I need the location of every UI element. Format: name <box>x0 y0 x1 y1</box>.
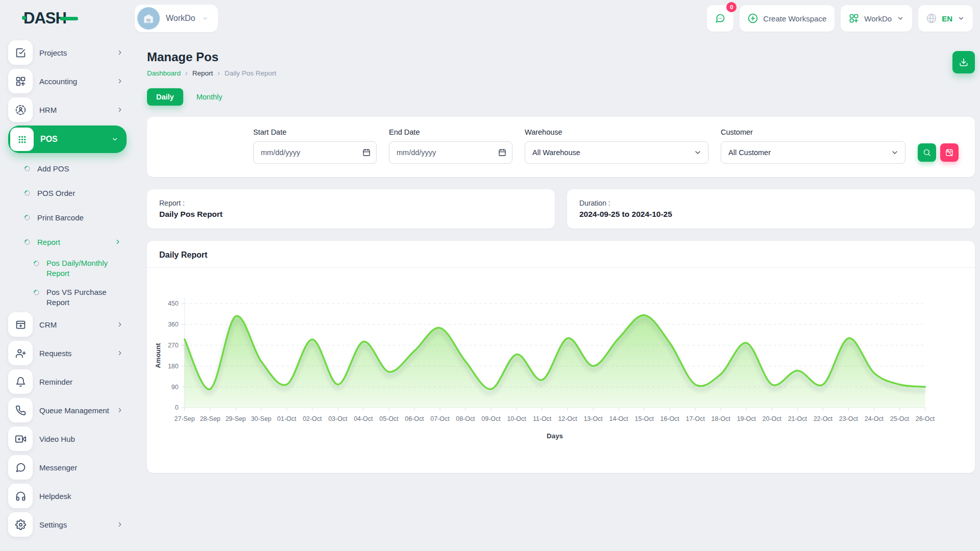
messages-count-badge: 0 <box>726 2 737 12</box>
sidebar-item-pos-daily-monthly-report[interactable]: Pos Daily/Monthly Report <box>8 254 127 283</box>
area-chart-svg: 09018027036045027-Sep28-Sep29-Sep30-Sep0… <box>147 274 975 469</box>
accounting-icon <box>8 69 33 93</box>
svg-text:26-Oct: 26-Oct <box>916 415 935 422</box>
sidebar-item-pos-order[interactable]: POS Order <box>8 181 127 205</box>
sidebar-item-crm[interactable]: CRM <box>8 312 127 337</box>
messenger-icon <box>8 455 33 480</box>
svg-text:01-Oct: 01-Oct <box>277 415 297 422</box>
breadcrumb-separator: › <box>217 69 220 77</box>
sidebar-item-video-hub[interactable]: Video Hub <box>8 426 127 452</box>
svg-text:90: 90 <box>172 384 179 391</box>
create-workspace-button[interactable]: Create Workspace <box>740 5 835 32</box>
end-date-label: End Date <box>389 128 512 136</box>
globe-icon <box>926 13 937 23</box>
duration-value: 2024-09-25 to 2024-10-25 <box>579 210 963 219</box>
download-report-button[interactable] <box>952 51 975 73</box>
bullet-icon <box>23 213 32 221</box>
reset-filter-button[interactable] <box>940 143 959 162</box>
sidebar: ProjectsAccountingHRMPOSAdd POSPOS Order… <box>0 37 135 551</box>
daily-report-chart: 09018027036045027-Sep28-Sep29-Sep30-Sep0… <box>147 268 975 469</box>
language-selector[interactable]: EN <box>918 5 973 32</box>
svg-text:13-Oct: 13-Oct <box>583 415 603 422</box>
filter-spacer <box>159 128 241 164</box>
tab-monthly[interactable]: Monthly <box>187 88 232 106</box>
chevron-right-icon <box>116 349 124 357</box>
warehouse-selected-value: All Warehouse <box>532 148 580 157</box>
warehouse-select[interactable]: All Warehouse <box>525 141 708 164</box>
sidebar-item-helpdesk[interactable]: Helpdesk <box>8 483 127 509</box>
svg-text:18-Oct: 18-Oct <box>712 415 731 422</box>
svg-text:14-Oct: 14-Oct <box>609 415 629 422</box>
hrm-icon <box>8 97 33 122</box>
bullet-icon <box>23 238 32 246</box>
download-icon <box>959 58 968 67</box>
customer-select[interactable]: All Customer <box>721 141 905 164</box>
workspace-name: WorkDo <box>166 14 195 23</box>
chevron-right-icon <box>116 521 124 528</box>
crm-icon <box>8 312 33 337</box>
svg-text:0: 0 <box>175 404 179 411</box>
sidebar-item-report[interactable]: Report <box>8 230 127 254</box>
svg-text:360: 360 <box>168 321 179 328</box>
top-bar: DASH WorkDo 0 Create Workspace WorkDo EN <box>0 0 980 37</box>
dash-logo[interactable]: DASH <box>23 9 78 28</box>
logo-dash-icon <box>60 17 78 20</box>
sidebar-item-label: POS <box>40 135 58 144</box>
sidebar-item-messenger[interactable]: Messenger <box>8 455 127 480</box>
sidebar-item-label: Pos VS Purchase Report <box>46 287 121 308</box>
report-period-tabs: Daily Monthly <box>147 88 975 106</box>
sidebar-item-hrm[interactable]: HRM <box>8 97 127 122</box>
sidebar-item-accounting[interactable]: Accounting <box>8 68 127 94</box>
chevron-right-icon <box>114 238 121 245</box>
svg-text:21-Oct: 21-Oct <box>788 415 807 422</box>
chevron-right-icon <box>116 407 124 414</box>
sidebar-item-requests[interactable]: Requests <box>8 340 127 366</box>
svg-text:04-Oct: 04-Oct <box>354 415 373 422</box>
svg-text:03-Oct: 03-Oct <box>328 415 348 422</box>
svg-text:28-Sep: 28-Sep <box>200 415 220 422</box>
workspace-avatar <box>137 7 160 30</box>
svg-text:450: 450 <box>168 300 179 307</box>
svg-text:30-Sep: 30-Sep <box>251 415 272 422</box>
workspace-menu-button[interactable]: WorkDo <box>841 5 912 32</box>
sidebar-item-add-pos[interactable]: Add POS <box>8 156 127 181</box>
sidebar-item-label: Print Barcode <box>37 213 84 222</box>
svg-text:06-Oct: 06-Oct <box>405 415 424 422</box>
bullet-icon <box>33 288 41 296</box>
start-date-input[interactable] <box>253 141 377 164</box>
sidebar-item-label: Add POS <box>37 164 69 173</box>
sidebar-item-label: HRM <box>39 106 57 114</box>
svg-text:24-Oct: 24-Oct <box>865 415 884 422</box>
sidebar-item-label: Messenger <box>39 463 77 472</box>
svg-text:12-Oct: 12-Oct <box>558 415 577 422</box>
chevron-right-icon <box>116 49 124 56</box>
messages-button[interactable]: 0 <box>707 5 733 32</box>
sidebar-item-label: Accounting <box>39 77 77 86</box>
sidebar-item-queue-management[interactable]: Queue Management <box>8 397 127 423</box>
sidebar-item-reminder[interactable]: Reminder <box>8 369 127 394</box>
sidebar-item-settings[interactable]: Settings <box>8 512 127 537</box>
apply-filter-button[interactable] <box>918 143 936 162</box>
language-code: EN <box>942 14 952 23</box>
svg-text:180: 180 <box>168 363 179 370</box>
chevron-down-icon <box>897 15 904 22</box>
sidebar-item-pos[interactable]: POS <box>8 126 127 153</box>
end-date-input[interactable] <box>389 141 512 164</box>
requests-icon <box>8 341 33 365</box>
chevron-down-icon <box>111 136 118 143</box>
svg-text:11-Oct: 11-Oct <box>533 415 552 422</box>
workspace-switcher[interactable]: WorkDo <box>135 5 218 32</box>
breadcrumb-dashboard[interactable]: Dashboard <box>147 69 181 77</box>
video-hub-icon <box>8 427 33 451</box>
tab-daily[interactable]: Daily <box>147 88 183 106</box>
breadcrumb-report[interactable]: Report <box>192 69 213 77</box>
svg-text:15-Oct: 15-Oct <box>635 415 654 422</box>
calendar-off-icon <box>945 148 953 157</box>
svg-text:29-Sep: 29-Sep <box>226 415 246 422</box>
sidebar-item-print-barcode[interactable]: Print Barcode <box>8 205 127 230</box>
sidebar-item-pos-vs-purchase-report[interactable]: Pos VS Purchase Report <box>8 283 127 312</box>
chevron-right-icon <box>116 321 124 328</box>
sidebar-item-projects[interactable]: Projects <box>8 40 127 65</box>
svg-text:05-Oct: 05-Oct <box>379 415 399 422</box>
duration-summary-card: Duration : 2024-09-25 to 2024-10-25 <box>567 189 975 229</box>
